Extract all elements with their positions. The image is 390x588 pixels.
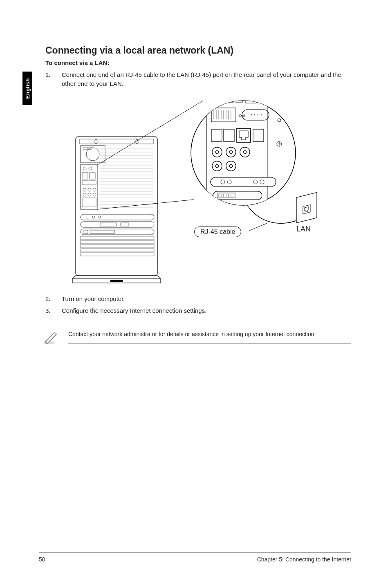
svg-rect-37 [110, 280, 123, 282]
page-number: 50 [39, 556, 45, 563]
main-content: Connecting via a local area network (LAN… [45, 45, 351, 346]
step-2: 2. Turn on your computer. [45, 294, 351, 303]
svg-rect-36 [81, 253, 154, 256]
page-footer: 50 Chapter 5: Connecting to the Internet [39, 552, 351, 563]
section-subheading: To connect via a LAN: [45, 59, 351, 66]
svg-point-44 [214, 96, 224, 103]
chapter-title: Chapter 5: Connecting to the Internet [257, 556, 351, 563]
note-pencil-icon [42, 328, 59, 346]
pc-tower-illustration [72, 132, 170, 284]
step-text: Connect one end of an RJ-45 cable to the… [62, 70, 351, 88]
lan-connection-figure: DVI [67, 96, 329, 284]
lan-wall-plate [295, 192, 321, 225]
svg-rect-93 [303, 204, 310, 213]
svg-rect-79 [211, 177, 276, 186]
svg-rect-32 [81, 236, 154, 240]
svg-point-4 [135, 139, 139, 144]
svg-rect-26 [81, 222, 154, 227]
step-number: 1. [45, 70, 62, 88]
section-heading: Connecting via a local area network (LAN… [45, 45, 351, 56]
step-1: 1. Connect one end of an RJ-45 cable to … [45, 70, 351, 88]
svg-rect-45 [227, 96, 233, 102]
svg-rect-34 [81, 245, 154, 248]
step-number: 3. [45, 306, 62, 315]
io-panel-zoom: DVI [190, 96, 296, 210]
svg-point-59 [258, 114, 259, 115]
lan-label: LAN [296, 225, 311, 233]
document-page: English Connecting via a local area netw… [0, 0, 390, 588]
svg-rect-29 [81, 229, 154, 235]
note-text: Contact your network administrator for d… [68, 326, 351, 344]
step-number: 2. [45, 294, 62, 303]
svg-rect-2 [80, 139, 153, 144]
svg-point-3 [94, 139, 98, 144]
cable-label: RJ-45 cable [194, 227, 241, 237]
figure-container: DVI [45, 96, 351, 284]
svg-point-57 [251, 114, 252, 115]
step-3: 3. Configure the necessary Internet conn… [45, 306, 351, 315]
language-tab: English [22, 72, 32, 105]
svg-point-58 [254, 114, 256, 115]
step-text: Turn on your computer. [62, 294, 351, 303]
svg-rect-22 [81, 214, 154, 220]
note-block: Contact your network administrator for d… [45, 326, 351, 346]
language-tab-label: English [25, 78, 31, 99]
svg-rect-9 [81, 164, 98, 209]
step-text: Configure the necessary Internet connect… [62, 306, 351, 315]
svg-point-60 [261, 114, 262, 115]
svg-rect-35 [81, 249, 154, 252]
svg-rect-33 [81, 240, 154, 244]
svg-line-40 [249, 223, 267, 231]
